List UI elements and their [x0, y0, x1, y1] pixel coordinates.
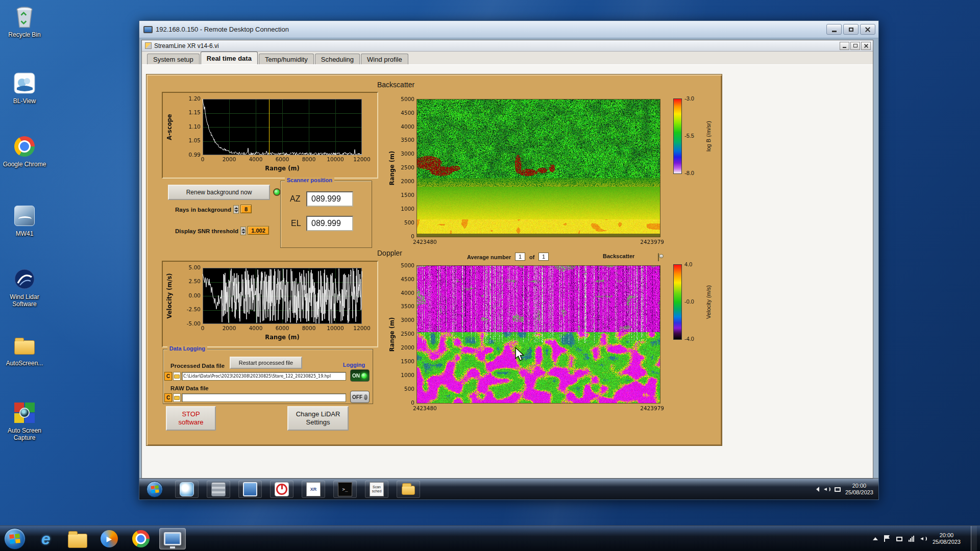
tab-wind-profile[interactable]: Wind profile: [361, 54, 408, 64]
processed-drive-box[interactable]: C: [164, 372, 172, 381]
average-total-value[interactable]: 1: [538, 253, 549, 261]
remote-taskbar-xr-button[interactable]: XR: [302, 481, 325, 498]
blview-icon: [180, 482, 194, 496]
raw-browse-folder-icon[interactable]: [173, 393, 181, 402]
display-tray-icon[interactable]: [896, 537, 902, 541]
doppler-section-label: Doppler: [377, 249, 402, 257]
raw-file-path[interactable]: [182, 393, 346, 402]
taskbar-media-player-button[interactable]: ▶: [96, 528, 122, 549]
action-center-flag-icon[interactable]: [884, 535, 890, 542]
stop-software-button[interactable]: STOP software: [166, 406, 216, 431]
toggle-knob-icon: [659, 254, 664, 258]
desktop-icon-google-chrome[interactable]: Google Chrome: [1, 135, 48, 168]
rays-value[interactable]: 8: [240, 205, 252, 213]
colorbar-tick: -0.0: [684, 298, 694, 305]
tab-temp-humidity[interactable]: Temp/humidity: [259, 54, 314, 64]
wind-lidar-icon: [13, 267, 36, 291]
maximize-button[interactable]: [843, 24, 859, 35]
raw-data-file-label: RAW Data file: [170, 385, 209, 391]
tab-system-setup[interactable]: System setup: [147, 54, 200, 64]
chrome-icon: [13, 135, 36, 158]
decrement-icon: [241, 232, 246, 234]
az-input[interactable]: [306, 191, 353, 207]
data-logging-legend: Data Logging: [167, 345, 207, 352]
data-logging-group: Data Logging Processed Data file Restart…: [163, 349, 373, 404]
processed-browse-folder-icon[interactable]: [173, 372, 181, 381]
rays-spinner[interactable]: [233, 205, 239, 214]
gray-led-icon: [364, 394, 368, 400]
windows-flag-icon: [9, 534, 20, 544]
taskbar-ie-button[interactable]: e: [33, 528, 59, 549]
desktop-icon-label: Auto Screen Capture: [1, 427, 48, 441]
taskbar-chrome-button[interactable]: [128, 528, 154, 549]
snr-value[interactable]: 1.002: [248, 226, 269, 235]
processed-file-path[interactable]: [182, 372, 346, 381]
snr-threshold-label: Display SNR threshold: [175, 228, 238, 234]
remote-clock-date: 25/08/2023: [845, 489, 873, 496]
remote-taskbar: XR >_ Scansched 20:00 25/08/2023: [139, 478, 878, 499]
display-icon: [243, 482, 257, 496]
start-button[interactable]: [4, 528, 26, 549]
volume-icon[interactable]: [824, 486, 830, 492]
tab-scheduling[interactable]: Scheduling: [315, 54, 360, 64]
desktop-icon-bl-view[interactable]: BL-View: [1, 71, 48, 105]
close-button[interactable]: [860, 24, 875, 35]
taskbar-explorer-button[interactable]: [64, 528, 91, 549]
el-input[interactable]: [306, 216, 353, 231]
app-window: StreamLine XR v14-6.vi System setup Real…: [141, 40, 873, 479]
desktop-icon-label: Recycle Bin: [1, 31, 48, 38]
snr-spinner[interactable]: [240, 227, 246, 235]
desktop: Recycle Bin BL-View Google Chrome MW41 W…: [0, 0, 980, 551]
desktop-icon-wind-lidar[interactable]: Wind Lidar Software: [1, 267, 48, 308]
app-content: Backscatter -3.0 -5.5 -8.0 log B (/m/sr)…: [142, 65, 873, 479]
colorbar-tick: -4.0: [684, 336, 694, 342]
remote-desktop-icon: [164, 532, 181, 545]
scanner-position-legend: Scanner position: [285, 177, 334, 183]
restore-icon: [853, 44, 857, 47]
close-icon: [864, 44, 868, 48]
remote-clock[interactable]: 20:00 25/08/2023: [845, 483, 873, 496]
host-clock[interactable]: 20:00 25/08/2023: [933, 532, 961, 545]
volume-tray-icon[interactable]: [920, 536, 926, 542]
renew-background-button[interactable]: Renew background now: [168, 185, 270, 200]
remote-taskbar-folder-button[interactable]: [397, 481, 420, 498]
app-titlebar[interactable]: StreamLine XR v14-6.vi: [142, 40, 873, 52]
desktop-icon-auto-screen-capture[interactable]: Auto Screen Capture: [1, 401, 48, 441]
tray-show-hidden-icons[interactable]: [873, 537, 878, 540]
remote-taskbar-scan-sched-button[interactable]: Scansched: [365, 481, 388, 498]
desktop-icon-autoscreen-folder[interactable]: AutoScreen...: [1, 334, 48, 367]
app-minimize-button[interactable]: [840, 42, 849, 50]
change-lidar-settings-button[interactable]: Change LiDAR Settings: [287, 406, 349, 431]
network-tray-icon[interactable]: [909, 536, 914, 542]
remote-taskbar-power-button[interactable]: [270, 481, 293, 498]
taskbar-rdp-button-active[interactable]: [159, 528, 186, 549]
tab-strip: System setup Real time data Temp/humidit…: [142, 52, 873, 65]
processed-data-file-label: Processed Data file: [170, 363, 225, 369]
rays-in-background-label: Rays in background: [175, 207, 231, 213]
desktop-icon-mw41[interactable]: MW41: [1, 204, 48, 237]
remote-taskbar-display-button[interactable]: [238, 481, 262, 498]
show-desktop-button[interactable]: [971, 526, 977, 551]
network-icon[interactable]: [835, 487, 841, 492]
remote-start-button[interactable]: [146, 481, 163, 497]
app-restore-button[interactable]: [850, 42, 860, 50]
average-number-value[interactable]: 1: [515, 253, 525, 261]
minimize-button[interactable]: [826, 24, 842, 35]
remote-taskbar-cmd-button[interactable]: >_: [333, 481, 357, 498]
remote-taskbar-keyboard-button[interactable]: [207, 481, 230, 498]
front-panel: Backscatter -3.0 -5.5 -8.0 log B (/m/sr)…: [146, 74, 722, 446]
logging-label: Logging: [343, 362, 365, 368]
velocity-plot: [162, 261, 378, 347]
app-close-button[interactable]: [861, 42, 871, 50]
minimize-icon: [832, 31, 837, 32]
restart-processed-file-button[interactable]: Restart processed file: [230, 357, 302, 369]
raw-logging-toggle[interactable]: OFF: [350, 391, 370, 403]
tab-real-time-data[interactable]: Real time data: [201, 52, 258, 64]
remote-taskbar-blview-button[interactable]: [175, 481, 199, 498]
backscatter-colorbar-label: log B (/m/sr): [705, 121, 712, 152]
processed-logging-toggle[interactable]: ON: [350, 369, 370, 382]
tray-expand-icon[interactable]: [816, 487, 819, 492]
raw-drive-box[interactable]: C: [164, 393, 172, 402]
desktop-icon-recycle-bin[interactable]: Recycle Bin: [1, 5, 48, 38]
rdp-titlebar[interactable]: 192.168.0.150 - Remote Desktop Connectio…: [139, 21, 878, 38]
